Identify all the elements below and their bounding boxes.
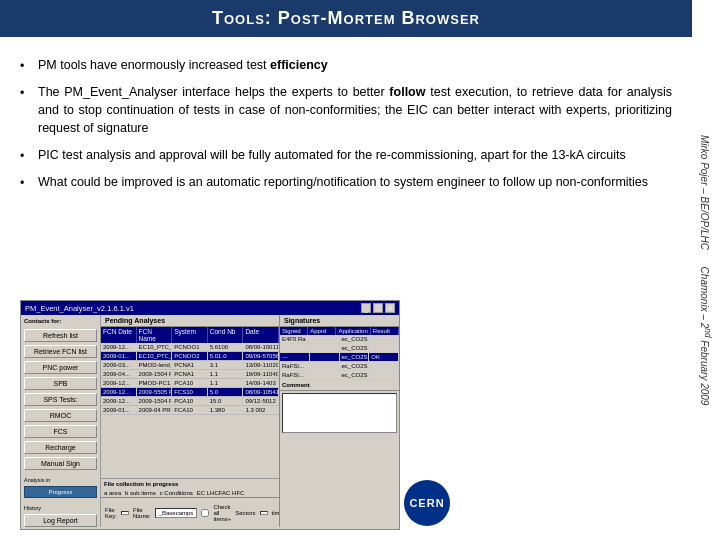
table-row: 2009-03... PMOD-lend_v1.0 name PCNA1 3.1…: [101, 361, 279, 370]
pm-comment-field[interactable]: [282, 393, 397, 433]
pm-pending-label: Pending Analyses: [105, 317, 165, 324]
table-row: 2009-04... 2009-1504 PRTS1360 name PCNA1…: [101, 370, 279, 379]
pm-analyser-screenshot: PM_Event_Analyser_v2.1.6.1.v1 _ □ × Cont…: [20, 300, 400, 530]
bullet-marker-2: •: [20, 84, 34, 102]
pm-log-report-btn[interactable]: Log Report: [24, 514, 97, 527]
col-system: System: [172, 327, 208, 343]
file-key-label: File Key:: [105, 507, 117, 519]
slide-container: Tools: Post-Mortem Browser Mirko Pojer –…: [0, 0, 720, 540]
pm-bottom-bar: File Key: File Name: _Basecamps Check al…: [101, 497, 279, 527]
pm-retrieve-fcn-btn[interactable]: Retrieve FCN list: [24, 345, 97, 358]
pm-window-controls: _ □ ×: [361, 303, 395, 313]
col-fcn-date: FCN Date: [101, 327, 137, 343]
pm-refresh-btn[interactable]: Refresh list: [24, 329, 97, 342]
pm-pending-header: Pending Analyses: [101, 315, 279, 327]
col-date: Date: [243, 327, 279, 343]
pm-minimize-btn[interactable]: _: [361, 303, 371, 313]
table-row: 2009-12... PMOD-PC1120000 pro. PCA10 1.1…: [101, 379, 279, 388]
sig-row: --- ec_CO2S... OK: [280, 353, 399, 362]
pm-table-header: FCN Date FCN Name System Cond Nb Date: [101, 327, 279, 343]
content-area: • PM tools have enormously increased tes…: [0, 44, 692, 540]
table-row: 2009-01... 2009-04 PRCNN12 name FCA10 1.…: [101, 406, 279, 415]
file-name-label: File Name:: [133, 507, 151, 519]
bullet-text-2: The PM_Event_Analyser interface helps th…: [38, 83, 672, 137]
pm-maximize-btn[interactable]: □: [373, 303, 383, 313]
pm-window-title: PM_Event_Analyser_v2.1.6.1.v1: [25, 304, 134, 313]
sectors-label: Sectors: [235, 510, 255, 516]
bullet-item-2: • The PM_Event_Analyser interface helps …: [20, 83, 672, 137]
pm-fcs-btn[interactable]: FCS: [24, 425, 97, 438]
pm-pending-table: FCN Date FCN Name System Cond Nb Date 20…: [101, 327, 279, 478]
pm-recharge-btn[interactable]: Recharge: [24, 441, 97, 454]
pm-signatures-table: Signed Apprd Application Result E4F5 Ra …: [280, 327, 399, 433]
title-bar: Tools: Post-Mortem Browser: [0, 0, 692, 37]
bullet-item-1: • PM tools have enormously increased tes…: [20, 56, 672, 75]
sig-row: E4F5 Ra ec_CO2S...: [280, 335, 399, 344]
sig-row: ec_CO2S...: [280, 344, 399, 353]
file-collection-row: a area b sub items c Conditions EC LHCFA…: [101, 489, 279, 497]
vertical-attribution: Mirko Pojer – BE/OP/LHC Chamonix – 2nd F…: [692, 0, 720, 540]
pm-history-label: History: [24, 505, 97, 511]
table-row: 2009-01... EC10_PTC_E3 some PCNOO2 5.01.…: [101, 352, 279, 361]
table-row: 2009-12... 2009-5505 PM PCS1305 pro. FCS…: [101, 388, 279, 397]
col-cond-nb: Cond Nb: [208, 327, 244, 343]
sig-row: RaFSI... ec_CO2S...: [280, 371, 399, 380]
timing-label: timing: [272, 510, 279, 516]
file-name-field[interactable]: _Basecamps: [155, 508, 198, 518]
bullet-marker-4: •: [20, 174, 34, 192]
pm-analysis-label: Analysis in: [24, 477, 97, 483]
cern-text: CERN: [409, 497, 444, 509]
pm-rmoc-btn[interactable]: RMOC: [24, 409, 97, 422]
sectors-field[interactable]: [260, 511, 268, 515]
file-collection-header: File collection in progress: [101, 478, 279, 489]
bullet-text-3: PIC test analysis and approval will be f…: [38, 146, 672, 164]
slide-title: Tools: Post-Mortem Browser: [16, 8, 676, 29]
cern-logo: CERN: [404, 480, 450, 526]
bullet-text-4: What could be improved is an automatic r…: [38, 173, 672, 191]
pm-body: Contacts for: Refresh list Retrieve FCN …: [21, 315, 399, 527]
bullet-marker-1: •: [20, 57, 34, 75]
bullet-item-4: • What could be improved is an automatic…: [20, 173, 672, 192]
file-col-b: b sub items: [125, 490, 156, 496]
check-all-checkbox[interactable]: [201, 509, 209, 517]
pm-titlebar: PM_Event_Analyser_v2.1.6.1.v1 _ □ ×: [21, 301, 399, 315]
pm-manual-sign-btn[interactable]: Manual Sign: [24, 457, 97, 470]
pm-right-panel: Signatures Signed Apprd Application Resu…: [279, 315, 399, 527]
table-row: 2009-12... EC10_PTC_name PCNOO1 5.6100 0…: [101, 343, 279, 352]
pm-window: PM_Event_Analyser_v2.1.6.1.v1 _ □ × Cont…: [21, 301, 399, 529]
pm-signatures-header: Signatures: [280, 315, 399, 327]
pm-sps-tests-btn[interactable]: SPS Tests:: [24, 393, 97, 406]
pm-left-panel: Contacts for: Refresh list Retrieve FCN …: [21, 315, 101, 527]
sig-row: RaFSI... ec_CO2S...: [280, 362, 399, 371]
bullet-list: • PM tools have enormously increased tes…: [20, 56, 672, 192]
file-col-a: a area: [104, 490, 121, 496]
col-fcn-name: FCN Name: [137, 327, 173, 343]
pm-contact-label: Contacts for:: [24, 318, 97, 324]
check-all-label: Check all items+: [213, 504, 231, 522]
pm-close-btn[interactable]: ×: [385, 303, 395, 313]
bullet-item-3: • PIC test analysis and approval will be…: [20, 146, 672, 165]
file-col-d: EC LHCFAC HFC: [197, 490, 245, 496]
pm-sig-header: Signed Apprd Application Result: [280, 327, 399, 335]
file-col-c: c Conditions: [160, 490, 193, 496]
pm-comment-header: Comment: [280, 380, 399, 391]
file-key-field[interactable]: [121, 511, 129, 515]
attribution-text: Mirko Pojer – BE/OP/LHC Chamonix – 2nd F…: [699, 135, 713, 406]
pm-analysis-progress-btn[interactable]: Progress: [24, 486, 97, 498]
bullet-marker-3: •: [20, 147, 34, 165]
table-row: 2009-12... 2009-1504 PRTS pro. PCA10 15.…: [101, 397, 279, 406]
pm-pnc-power-btn[interactable]: PNC power: [24, 361, 97, 374]
pm-spb-btn[interactable]: SPB: [24, 377, 97, 390]
bullet-text-1: PM tools have enormously increased test …: [38, 56, 672, 74]
pm-center-panel: Pending Analyses FCN Date FCN Name Syste…: [101, 315, 279, 527]
cern-logo-area: CERN: [404, 480, 454, 530]
